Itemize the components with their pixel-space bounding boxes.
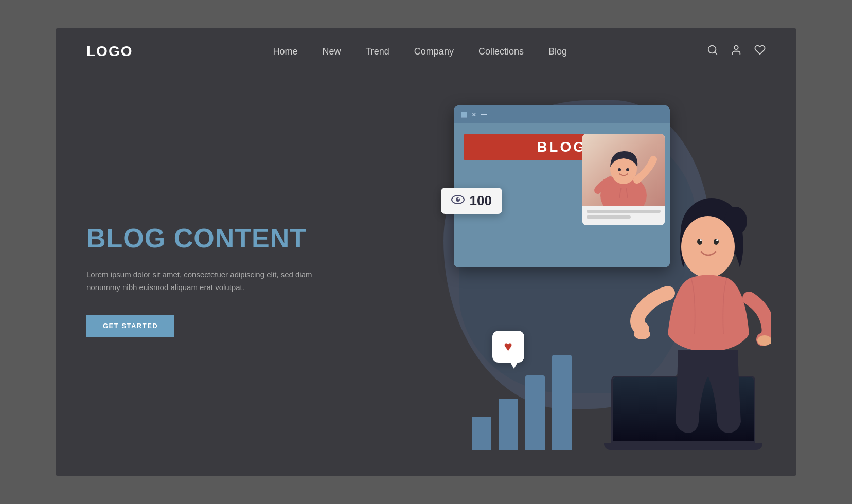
heart-bubble: ♥ [492, 331, 524, 363]
browser-btn-square [461, 112, 467, 118]
nav-new[interactable]: New [322, 46, 341, 57]
bar-3 [525, 375, 545, 450]
person-svg [611, 190, 771, 447]
bar-4 [552, 355, 572, 450]
person-illustration [611, 190, 771, 447]
hero-title: BLOG CONTENT [86, 224, 413, 253]
svg-point-14 [681, 216, 735, 278]
nav-home[interactable]: Home [273, 46, 297, 57]
browser-minimize [481, 114, 487, 115]
hero-description: Lorem ipsum dolor sit amet, consectetuer… [86, 268, 313, 294]
eye-icon [451, 194, 465, 207]
heart-icon: ♥ [504, 338, 512, 355]
get-started-button[interactable]: GET STARTED [86, 315, 174, 337]
nav-blog[interactable]: Blog [548, 46, 567, 57]
heart-nav-icon[interactable] [754, 44, 766, 59]
nav-company[interactable]: Company [414, 46, 454, 57]
hero-section: BLOG CONTENT Lorem ipsum dolor sit amet,… [56, 75, 796, 476]
nav-trend[interactable]: Trend [366, 46, 389, 57]
svg-point-17 [700, 239, 702, 241]
bubble-tail [510, 362, 518, 369]
svg-point-18 [716, 239, 718, 241]
svg-point-2 [734, 46, 738, 49]
search-icon[interactable] [707, 44, 718, 59]
navbar: LOGO Home New Trend Company Collections … [56, 28, 796, 75]
views-count: 100 [470, 193, 492, 209]
nav-links: Home New Trend Company Collections Blog [273, 46, 567, 57]
hero-left: BLOG CONTENT Lorem ipsum dolor sit amet,… [86, 224, 413, 336]
svg-point-20 [634, 329, 650, 339]
logo: LOGO [86, 43, 133, 60]
bar-chart [472, 355, 572, 450]
svg-point-6 [626, 168, 629, 171]
hero-right: × BLOG [413, 85, 766, 476]
user-icon[interactable] [731, 44, 742, 59]
browser-titlebar: × [454, 105, 670, 123]
views-badge: 100 [441, 188, 502, 214]
svg-line-1 [715, 52, 717, 54]
nav-collections[interactable]: Collections [478, 46, 524, 57]
browser-close: × [472, 111, 476, 118]
svg-point-11 [457, 198, 459, 200]
page-frame: LOGO Home New Trend Company Collections … [56, 28, 796, 476]
svg-point-5 [618, 168, 621, 171]
nav-icon-group [707, 44, 766, 59]
bar-2 [499, 399, 518, 450]
bar-1 [472, 417, 491, 450]
